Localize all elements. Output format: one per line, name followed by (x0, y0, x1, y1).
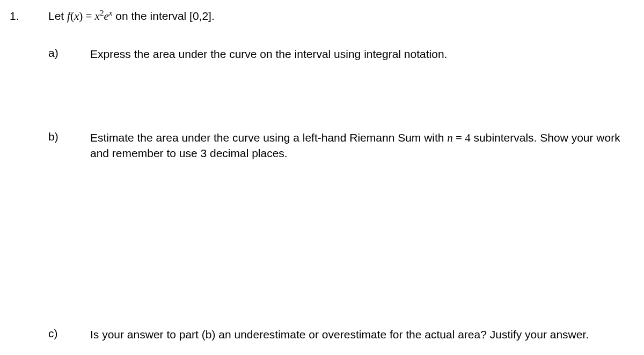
part-a-label: a) (48, 47, 90, 60)
part-b: b) Estimate the area under the curve usi… (48, 130, 639, 161)
stem-prefix: Let (48, 10, 67, 22)
problem-number: 1. (10, 10, 48, 23)
part-b-text: Estimate the area under the curve using … (90, 130, 639, 161)
part-c-label: c) (48, 327, 90, 340)
part-b-label: b) (48, 130, 90, 143)
problem-stem: Let f(x) = x2ex on the interval [0,2]. (48, 10, 639, 23)
part-a-text: Express the area under the curve on the … (90, 47, 639, 62)
part-b-prefix: Estimate the area under the curve using … (90, 131, 447, 144)
problem-body: Let f(x) = x2ex on the interval [0,2]. a… (48, 10, 639, 342)
part-b-n: n (447, 131, 453, 144)
stem-x2: x (95, 10, 100, 23)
stem-e: e (104, 10, 108, 23)
stem-eq: = (83, 10, 94, 23)
part-b-eq: = 4 (453, 131, 471, 144)
part-c-text: Is your answer to part (b) an underestim… (90, 327, 639, 342)
problem-container: 1. Let f(x) = x2ex on the interval [0,2]… (10, 10, 639, 342)
stem-suffix: on the interval [0,2]. (112, 10, 214, 22)
part-a: a) Express the area under the curve on t… (48, 47, 639, 62)
stem-lparen: ( (70, 10, 74, 23)
part-c: c) Is your answer to part (b) an underes… (48, 327, 639, 342)
stem-x1: x (74, 10, 79, 23)
